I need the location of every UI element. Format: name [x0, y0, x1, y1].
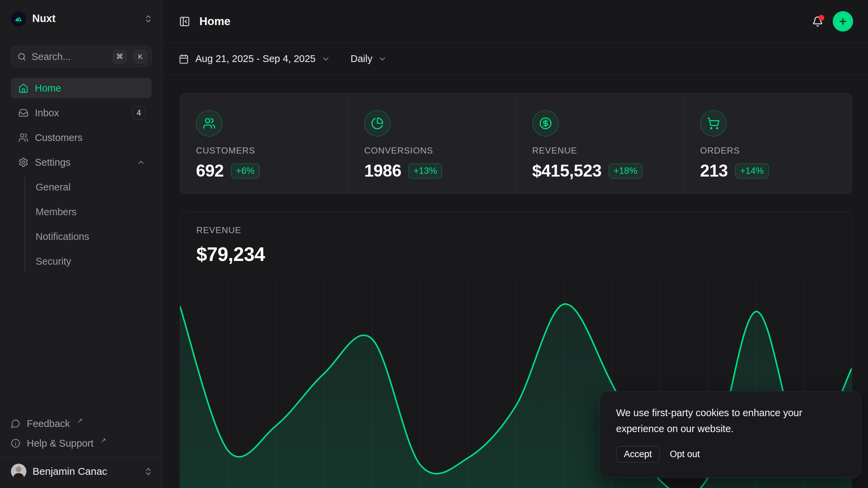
stat-label: ORDERS	[700, 145, 842, 156]
sidebar-item-label: Home	[35, 83, 61, 94]
add-button[interactable]	[833, 11, 853, 32]
stat-revenue: REVENUE $415,523 +18%	[516, 94, 684, 194]
info-icon	[11, 439, 20, 448]
user-avatar	[11, 464, 26, 479]
filters-toolbar: Aug 21, 2025 - Sep 4, 2025 Daily	[163, 43, 868, 75]
gear-icon	[18, 157, 28, 167]
dollar-circle-icon	[532, 110, 559, 137]
workspace-switcher[interactable]: Nuxt	[11, 9, 153, 28]
page-title: Home	[199, 15, 231, 28]
kbd-k: K	[134, 50, 147, 63]
help-support-label: Help & Support	[27, 438, 94, 449]
calendar-icon	[179, 54, 189, 64]
cookie-message: We use first-party cookies to enhance yo…	[616, 405, 836, 436]
sidebar-item-inbox[interactable]: Inbox 4	[11, 103, 152, 123]
header: Home	[163, 0, 868, 43]
settings-subnav: General Members Notifications Security	[24, 177, 152, 271]
stat-delta-badge: +6%	[231, 163, 260, 179]
search-input[interactable]: Search... ⌘ K	[11, 46, 152, 67]
kbd-cmd: ⌘	[113, 50, 126, 63]
home-icon	[18, 83, 28, 93]
inbox-count-badge: 4	[132, 106, 145, 120]
chevron-up-icon	[137, 158, 145, 167]
stat-conversions: CONVERSIONS 1986 +13%	[348, 94, 516, 194]
feedback-link[interactable]: Feedback ↗	[11, 414, 152, 433]
notification-dot-badge	[818, 15, 824, 21]
sidebar: Nuxt Search... ⌘ K Home Inbox 4	[0, 0, 163, 488]
stat-delta-badge: +18%	[609, 163, 643, 179]
sidebar-item-members[interactable]: Members	[25, 202, 152, 222]
stat-label: CUSTOMERS	[196, 145, 338, 156]
stat-label: CONVERSIONS	[364, 145, 506, 156]
sidebar-item-security[interactable]: Security	[25, 251, 152, 271]
search-icon	[17, 52, 26, 61]
external-link-arrow-icon: ↗	[101, 436, 106, 444]
feedback-label: Feedback	[27, 418, 70, 429]
chevrons-up-down-icon	[144, 467, 153, 476]
sidebar-item-customers[interactable]: Customers	[11, 127, 152, 148]
notifications-button[interactable]	[812, 16, 823, 27]
sidebar-item-label: Settings	[35, 157, 71, 168]
sidebar-item-home[interactable]: Home	[11, 78, 152, 98]
stat-value: 1986	[364, 161, 401, 181]
chart-title-label: REVENUE	[196, 225, 835, 236]
opt-out-button[interactable]: Opt out	[670, 449, 700, 460]
users-icon	[196, 110, 222, 137]
pie-chart-icon	[364, 110, 391, 137]
stat-customers: CUSTOMERS 692 +6%	[180, 94, 348, 194]
message-circle-icon	[11, 419, 20, 428]
stat-value: $415,523	[532, 161, 602, 181]
help-support-link[interactable]: Help & Support ↗	[11, 433, 152, 453]
stats-card: CUSTOMERS 692 +6% CONVERSIONS 1986 +13%	[180, 93, 852, 194]
sidebar-item-label: Inbox	[35, 107, 59, 119]
sidebar-item-label: Customers	[35, 132, 82, 143]
inbox-icon	[18, 108, 28, 118]
plus-icon	[838, 17, 848, 26]
stat-value: 692	[196, 161, 224, 181]
chevrons-up-down-icon	[144, 14, 153, 23]
stat-delta-badge: +13%	[408, 163, 442, 179]
chart-total-value: $79,234	[196, 243, 835, 265]
sidebar-item-settings[interactable]: Settings	[11, 152, 152, 172]
sidebar-nav: Home Inbox 4 Customers Settings	[11, 78, 152, 276]
date-range-value: Aug 21, 2025 - Sep 4, 2025	[195, 53, 316, 64]
stat-orders: ORDERS 213 +14%	[684, 94, 852, 194]
stat-delta-badge: +14%	[735, 163, 769, 179]
chevron-down-icon	[378, 55, 387, 63]
user-name: Benjamin Canac	[33, 466, 107, 477]
users-icon	[18, 133, 28, 143]
date-range-picker[interactable]: Aug 21, 2025 - Sep 4, 2025	[179, 53, 330, 64]
user-menu[interactable]: Benjamin Canac	[11, 464, 153, 479]
granularity-value: Daily	[351, 53, 372, 64]
granularity-select[interactable]: Daily	[351, 53, 387, 64]
workspace-name: Nuxt	[32, 13, 56, 25]
accept-cookies-button[interactable]: Accept	[616, 446, 660, 463]
user-area: Benjamin Canac	[0, 457, 162, 488]
stat-value: 213	[700, 161, 728, 181]
sidebar-item-notifications[interactable]: Notifications	[25, 226, 152, 247]
cart-icon	[700, 110, 727, 137]
external-link-arrow-icon: ↗	[77, 416, 83, 425]
sidebar-footer-links: Feedback ↗ Help & Support ↗	[11, 414, 152, 453]
sidebar-item-general[interactable]: General	[25, 177, 152, 197]
search-placeholder: Search...	[32, 51, 71, 62]
stat-label: REVENUE	[532, 145, 674, 156]
nuxt-logo-icon	[11, 11, 26, 26]
cookie-banner: We use first-party cookies to enhance yo…	[599, 391, 861, 478]
collapse-sidebar-button[interactable]	[179, 16, 190, 27]
chevron-down-icon	[321, 55, 330, 63]
